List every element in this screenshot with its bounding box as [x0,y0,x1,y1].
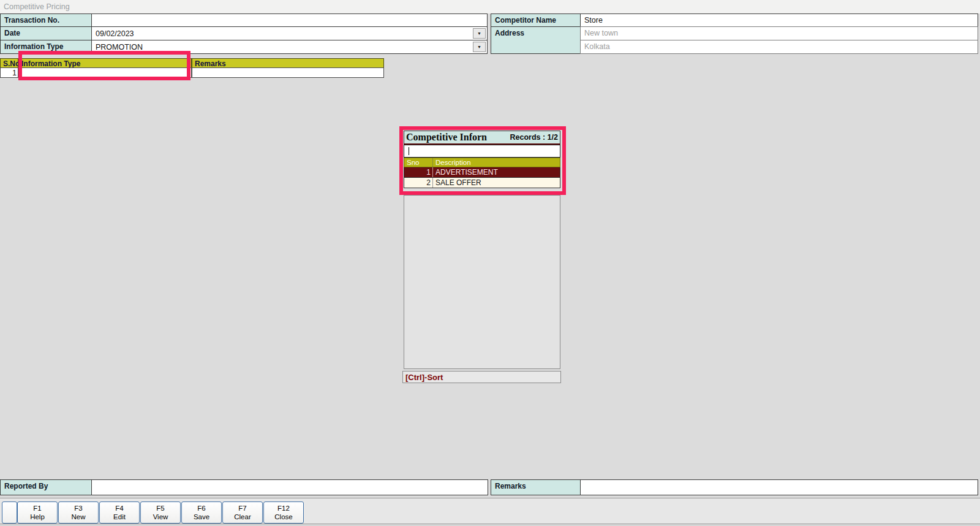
edit-button[interactable]: F4 Edit [99,501,140,524]
competitor-name-value[interactable]: Store [580,13,978,27]
view-button[interactable]: F5 View [140,501,181,524]
chevron-down-icon: ▼ [477,45,481,49]
popup-cell-sno[interactable]: 1 [404,167,433,177]
fkey-label: F7 [238,504,246,513]
close-button[interactable]: F12 Close [263,501,304,524]
grid-header-row: S.No Information Type Remarks [0,58,384,68]
popup-row-selected[interactable]: 1 ADVERTISEMENT [404,167,560,178]
transaction-no-field-wrap [91,13,488,27]
popup-search-input[interactable] [404,145,560,158]
information-type-input[interactable] [92,40,487,53]
grid-header-information-type[interactable]: Information Type [18,58,192,68]
popup-title-bar[interactable]: Competitive Inforn Records : 1/2 [404,131,560,145]
fkey-label: F5 [156,504,164,513]
chevron-down-icon: ▼ [477,31,481,36]
action-label: Close [274,513,292,521]
competitor-name-label: Competitor Name [491,13,581,27]
clear-button[interactable]: F7 Clear [222,501,263,524]
grid-cell-sno[interactable]: 1 [0,67,18,78]
grid-header-sno[interactable]: S.No [0,58,18,68]
transaction-no-label: Transaction No. [0,13,92,27]
grid-cell-remarks[interactable] [192,67,384,78]
popup-row[interactable]: 2 SALE OFFER [404,178,560,188]
date-input[interactable] [92,27,487,40]
fkey-label: F3 [74,504,82,513]
function-key-toolbar: F1 Help F3 New F4 Edit F5 View F6 Save F… [0,498,980,524]
remarks-field-wrap [580,479,978,495]
popup-cell-description[interactable]: SALE OFFER [433,178,560,188]
address-line1-value: New town [580,26,978,40]
help-button[interactable]: F1 Help [17,501,58,524]
fkey-label: F6 [197,504,205,513]
title-strip [0,0,980,13]
toolbar-spacer-button[interactable] [2,501,17,524]
reported-by-label: Reported By [0,479,92,495]
fkey-label: F12 [277,504,290,513]
action-label: View [153,513,168,521]
popup-cell-description[interactable]: ADVERTISEMENT [433,167,560,177]
popup-cell-sno[interactable]: 2 [404,178,433,188]
reported-by-field-wrap [91,479,488,495]
grid-cell-information-type[interactable] [18,67,192,78]
date-field-wrap: ▼ [91,26,488,40]
information-type-field-wrap: ▼ [91,40,488,54]
address-label: Address [491,26,581,54]
information-type-dropdown-button[interactable]: ▼ [473,42,486,52]
popup-sort-hint: [Ctrl]-Sort [402,371,561,383]
popup-empty-list-area [404,195,560,369]
information-type-label: Information Type [0,40,92,54]
reported-by-input[interactable] [92,480,488,495]
app-window: Competitive Pricing Transaction No. Date… [0,0,980,526]
transaction-no-input[interactable] [92,14,487,26]
date-dropdown-button[interactable]: ▼ [473,28,486,39]
address-line2-value: Kolkata [580,40,978,54]
popup-grid-header: Sno Description [404,158,560,167]
remarks-label: Remarks [491,479,581,495]
popup-header-description: Description [433,158,560,167]
fkey-label: F1 [33,504,41,513]
action-label: Clear [234,513,251,521]
page-title: Competitive Pricing [4,2,70,11]
action-label: Edit [113,513,126,521]
remarks-input[interactable] [581,480,978,495]
popup-record-count: Records : 1/2 [510,133,558,142]
action-label: New [71,513,85,521]
action-label: Help [30,513,45,521]
fkey-label: F4 [115,504,123,513]
popup-header-sno: Sno [404,158,433,167]
grid-row[interactable]: 1 [0,67,384,78]
popup-title: Competitive Inforn [406,132,510,143]
date-label: Date [0,26,92,40]
grid-header-remarks[interactable]: Remarks [192,58,384,68]
action-label: Save [194,513,209,521]
text-cursor-icon [409,147,409,155]
new-button[interactable]: F3 New [58,501,99,524]
save-button[interactable]: F6 Save [181,501,222,524]
